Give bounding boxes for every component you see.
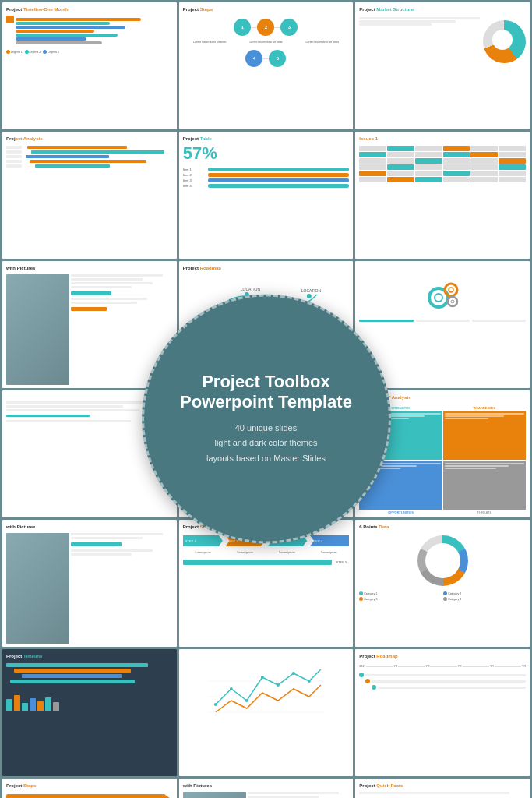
slide-4[interactable]: Project Analysis [2,132,177,259]
slide-21-content: 45% LOCATION 5.8K LOCATION 25% LOCATION … [359,790,526,798]
slide-5-content: 57% Item 1 Item 2 Item 3 Item 4 [183,143,350,256]
slide-17[interactable] [179,649,354,776]
slide-9[interactable] [355,261,530,388]
slide-5-percent: 57% [183,143,350,164]
slide-19-title: Project Steps [6,783,173,788]
gear-svg [423,276,462,315]
slide-8-title: Project Roadmap [183,266,350,270]
slide-15-content: Category 1 Category 2 Category 3 Categor… [359,531,526,644]
svg-point-23 [307,680,310,683]
center-overlay: Project Toolbox Powerpoint Template 40 u… [142,295,391,544]
slide-6-title: Issues 1 [359,136,526,141]
slide-4-content [6,143,173,256]
slide-20-title: with Pictures [183,783,350,788]
slide-5-title: Project Table [183,136,350,141]
svg-point-3 [306,294,311,298]
slide-19-content: LOCATION LOCATION LOCATION [6,790,173,798]
slide-4-title: Project Analysis [6,136,173,141]
slide-1-content: Legend 1 Legend 2 Legend 3 [6,14,173,126]
slide-20-content [183,792,350,798]
slide-2[interactable]: Project Steps 1 2 3 Lorem ipsum dolor si… [179,2,354,129]
slide-16-content [6,660,173,773]
slide-13-title: with Pictures [6,524,173,529]
slide-21-title: Project Quick Facts [359,783,526,788]
slide-18-title: Project Roadmap [359,654,526,659]
svg-point-19 [245,699,248,702]
slide-2-title: Project Steps [183,7,350,12]
slide-9-content [359,268,526,385]
slide-6[interactable]: Issues 1 [355,132,530,259]
slide-3-title: Project Market Structure [359,7,526,12]
slide-3-content [359,14,526,126]
svg-point-21 [276,683,279,687]
slide-3[interactable]: Project Market Structure [355,2,530,129]
svg-point-11 [449,288,453,292]
overlay-title: Project Toolbox Powerpoint Template [180,372,352,413]
slide-7-title: with Pictures [6,266,173,270]
slide-16-title: Project Timeline [6,654,173,659]
slide-15[interactable]: 6 Points Data Category 1 Category 2 Cate… [355,520,530,647]
svg-point-9 [435,294,442,302]
slide-16[interactable]: Project Timeline [2,649,177,776]
slide-1[interactable]: Project Timeline-One Month Legend 1 Lege… [2,2,177,129]
slide-15-title: 6 Points Data [359,524,526,529]
svg-point-18 [229,687,232,690]
slide-20[interactable]: with Pictures [179,779,354,798]
slide-6-content [359,143,526,256]
slide-13[interactable]: with Pictures [2,520,177,647]
slide-18[interactable]: Project Roadmap 2017 YR YR YR YR YR [355,649,530,776]
slide-5-table: Item 1 Item 2 Item 3 Item 4 [183,168,350,189]
slide-2-content: 1 2 3 Lorem ipsum dolor sit amet Lorem i… [183,14,350,126]
svg-point-22 [291,672,294,675]
slide-18-content: 2017 YR YR YR YR YR [359,661,526,773]
slide-17-content [183,656,350,773]
slide-7-content [6,274,173,385]
svg-point-17 [213,703,217,706]
svg-point-20 [260,676,263,679]
slide-13-content [6,533,173,644]
svg-text:LOCATION: LOCATION [301,288,321,293]
overlay-features: 40 unique slides light and dark color th… [206,420,326,466]
svg-point-13 [451,300,454,303]
slide-7[interactable]: with Pictures [2,261,177,388]
svg-text:LOCATION: LOCATION [240,287,260,291]
slide-19[interactable]: Project Steps LOCATION LOCATION LOCATION [2,779,177,798]
slide-14-content: STEP 1 STEP 2 STEP 3 STEP 4 Lorem ipsum … [183,531,350,644]
slide-1-title: Project Timeline-One Month [6,7,173,12]
line-chart-svg [183,658,350,720]
slide-21[interactable]: Project Quick Facts 45% LOCATION 5.8K LO… [355,779,530,798]
slide-5[interactable]: Project Table 57% Item 1 Item 2 Item 3 I… [179,132,354,259]
